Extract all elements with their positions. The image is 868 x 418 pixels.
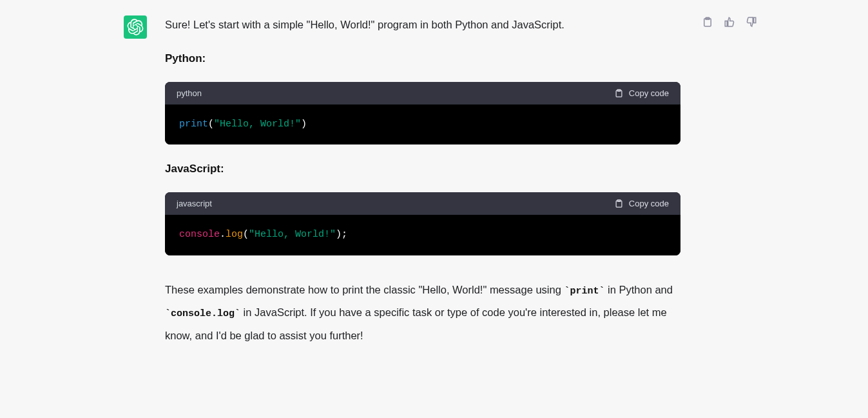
explanation-text: These examples demonstrate how to print … <box>165 279 680 347</box>
python-heading: Python: <box>165 52 680 65</box>
token-punct: ( <box>243 229 249 240</box>
explain-part2: in Python and <box>604 284 673 295</box>
avatar-column <box>124 15 147 347</box>
copy-code-button[interactable]: Copy code <box>614 199 669 208</box>
thumbs-up-icon <box>724 16 735 28</box>
token-method: log <box>226 229 243 240</box>
code-body-javascript: console.log("Hello, World!"); <box>165 215 680 255</box>
copy-label: Copy code <box>629 199 669 208</box>
token-string: "Hello, World!" <box>249 229 336 240</box>
code-lang-label: python <box>177 88 202 98</box>
thumbs-up-button[interactable] <box>723 15 736 28</box>
copy-label: Copy code <box>629 88 669 98</box>
code-header: javascript Copy code <box>165 192 680 215</box>
message-actions <box>701 15 758 31</box>
javascript-heading: JavaScript: <box>165 163 680 175</box>
code-block-javascript: javascript Copy code console.log("Hello,… <box>165 192 680 255</box>
inline-code-consolelog: `console.log` <box>165 308 240 319</box>
code-body-python: print("Hello, World!") <box>165 104 680 145</box>
intro-text: Sure! Let's start with a simple "Hello, … <box>165 15 680 34</box>
thumbs-down-button[interactable] <box>745 15 758 28</box>
copy-code-button[interactable]: Copy code <box>614 88 669 98</box>
clipboard-icon <box>614 199 624 208</box>
token-function: print <box>179 119 208 130</box>
copy-message-button[interactable] <box>701 15 714 28</box>
code-block-python: python Copy code print("Hello, World!") <box>165 82 680 145</box>
token-punct: ); <box>336 229 347 240</box>
message-content: Sure! Let's start with a simple "Hello, … <box>165 15 693 347</box>
token-object: console <box>179 229 220 240</box>
inline-code-print: `print` <box>564 286 604 297</box>
code-header: python Copy code <box>165 82 680 104</box>
token-string: "Hello, World!" <box>214 119 301 130</box>
openai-logo-icon <box>127 19 144 35</box>
code-lang-label: javascript <box>177 199 212 208</box>
clipboard-icon <box>614 88 624 98</box>
token-punct: ( <box>208 119 214 130</box>
explain-part3: in JavaScript. If you have a specific ta… <box>165 306 667 341</box>
clipboard-icon <box>702 16 713 28</box>
token-punct: ) <box>301 119 307 130</box>
thumbs-down-icon <box>746 16 757 28</box>
assistant-avatar <box>124 15 147 39</box>
token-punct: . <box>220 229 226 240</box>
message-row: Sure! Let's start with a simple "Hello, … <box>0 0 868 347</box>
explain-part1: These examples demonstrate how to print … <box>165 284 564 295</box>
